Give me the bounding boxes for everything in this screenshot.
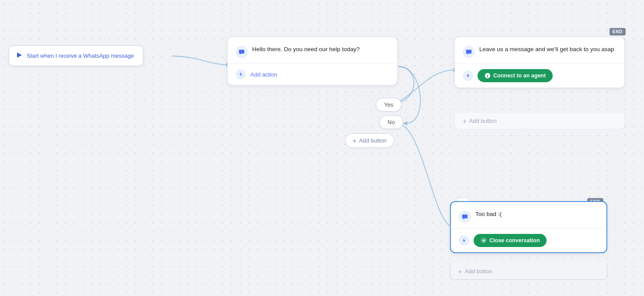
card-2-header: Leave us a message and we'll get back to… — [455, 37, 624, 63]
add-action-label: Add action — [250, 71, 277, 78]
choice-yes-label: Yes — [384, 101, 393, 108]
end-badge-top: END — [609, 28, 626, 35]
play-icon — [16, 52, 22, 59]
chat-icon-3 — [459, 211, 471, 223]
end-badge-top-label: END — [613, 29, 623, 34]
start-node-label: Start when I receive a WhatsApp message — [27, 52, 134, 59]
choice-no[interactable]: No — [379, 115, 403, 129]
plus-icon-card2: + — [463, 117, 467, 125]
add-button-card3[interactable]: + Add button — [450, 263, 607, 280]
choice-yes[interactable]: Yes — [376, 98, 402, 111]
message-card-3: Too bad :( Close conversation — [450, 201, 607, 253]
add-button-card2[interactable]: + Add button — [454, 113, 625, 129]
connect-agent-label: Connect to an agent — [493, 73, 546, 79]
svg-marker-2 — [403, 121, 407, 125]
svg-marker-7 — [467, 73, 469, 78]
add-button-mid[interactable]: + Add button — [345, 133, 394, 148]
add-button-mid-label: Add button — [359, 137, 387, 144]
card-2-text: Leave us a message and we'll get back to… — [479, 45, 614, 54]
choice-no-label: No — [388, 119, 395, 125]
message-card-1: Hello there. Do you need our help today?… — [227, 37, 398, 85]
bolt-icon-2 — [463, 70, 473, 81]
svg-marker-6 — [239, 72, 242, 77]
add-button-card2-label: Add button — [469, 118, 497, 124]
close-conversation-button[interactable]: Close conversation — [474, 234, 547, 247]
card-3-header: Too bad :( — [451, 202, 606, 228]
add-button-card3-label: Add button — [465, 268, 492, 275]
close-conversation-label: Close conversation — [489, 237, 540, 244]
card-1-header: Hello there. Do you need our help today? — [228, 37, 397, 63]
bolt-icon-3 — [459, 235, 469, 246]
canvas: Start when I receive a WhatsApp message … — [0, 0, 644, 296]
card-3-action: Close conversation — [451, 229, 606, 252]
bolt-icon-1 — [235, 69, 246, 80]
plus-icon-mid: + — [353, 137, 357, 144]
card-2-action: Connect to an agent — [455, 64, 624, 87]
chat-icon-2 — [463, 46, 475, 58]
svg-marker-8 — [463, 238, 465, 243]
card-1-action[interactable]: Add action — [228, 64, 397, 85]
card-3-text: Too bad :( — [475, 210, 502, 219]
chat-icon-1 — [235, 46, 248, 58]
svg-point-9 — [481, 238, 486, 243]
start-node[interactable]: Start when I receive a WhatsApp message — [9, 45, 143, 66]
svg-marker-5 — [17, 52, 22, 58]
connect-agent-button[interactable]: Connect to an agent — [478, 69, 553, 82]
message-card-2: Leave us a message and we'll get back to… — [454, 37, 625, 88]
plus-icon-card3: + — [458, 268, 462, 275]
card-1-text: Hello there. Do you need our help today? — [252, 45, 360, 54]
